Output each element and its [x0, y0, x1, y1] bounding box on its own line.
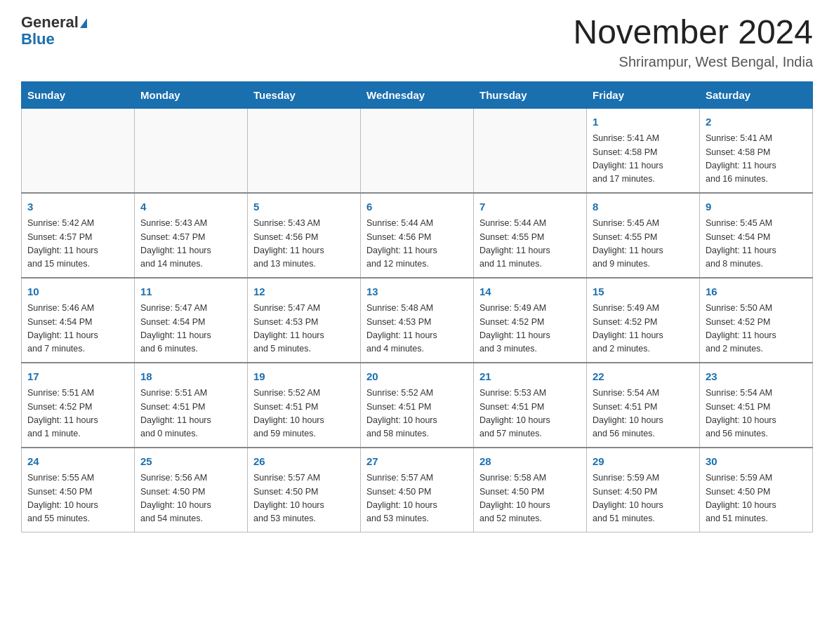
day-number: 13 — [366, 284, 468, 300]
day-number: 26 — [253, 454, 355, 470]
calendar-cell: 11Sunrise: 5:47 AM Sunset: 4:54 PM Dayli… — [135, 278, 248, 363]
day-info: Sunrise: 5:41 AM Sunset: 4:58 PM Dayligh… — [706, 132, 807, 187]
day-info: Sunrise: 5:45 AM Sunset: 4:55 PM Dayligh… — [593, 217, 694, 271]
calendar-cell: 10Sunrise: 5:46 AM Sunset: 4:54 PM Dayli… — [22, 278, 135, 363]
month-title: November 2024 — [573, 14, 813, 51]
weekday-header-monday: Monday — [135, 81, 248, 108]
calendar-cell: 12Sunrise: 5:47 AM Sunset: 4:53 PM Dayli… — [248, 278, 361, 363]
calendar-cell: 2Sunrise: 5:41 AM Sunset: 4:58 PM Daylig… — [700, 108, 813, 193]
day-info: Sunrise: 5:52 AM Sunset: 4:51 PM Dayligh… — [366, 387, 468, 441]
weekday-header-sunday: Sunday — [22, 81, 135, 108]
calendar-cell — [361, 108, 474, 193]
calendar-cell: 3Sunrise: 5:42 AM Sunset: 4:57 PM Daylig… — [22, 193, 135, 278]
day-info: Sunrise: 5:56 AM Sunset: 4:50 PM Dayligh… — [140, 471, 241, 526]
calendar-cell: 30Sunrise: 5:59 AM Sunset: 4:50 PM Dayli… — [700, 448, 813, 532]
day-number: 21 — [479, 369, 581, 385]
day-number: 28 — [479, 454, 581, 470]
day-info: Sunrise: 5:59 AM Sunset: 4:50 PM Dayligh… — [706, 471, 807, 526]
day-info: Sunrise: 5:44 AM Sunset: 4:55 PM Dayligh… — [479, 217, 581, 271]
calendar-cell: 21Sunrise: 5:53 AM Sunset: 4:51 PM Dayli… — [474, 363, 587, 448]
day-info: Sunrise: 5:57 AM Sunset: 4:50 PM Dayligh… — [253, 471, 355, 526]
day-info: Sunrise: 5:47 AM Sunset: 4:54 PM Dayligh… — [140, 302, 241, 356]
calendar-cell: 16Sunrise: 5:50 AM Sunset: 4:52 PM Dayli… — [700, 278, 813, 363]
calendar-cell: 4Sunrise: 5:43 AM Sunset: 4:57 PM Daylig… — [135, 193, 248, 278]
day-info: Sunrise: 5:54 AM Sunset: 4:51 PM Dayligh… — [706, 387, 807, 441]
calendar-cell: 26Sunrise: 5:57 AM Sunset: 4:50 PM Dayli… — [248, 448, 361, 532]
day-number: 23 — [706, 369, 807, 385]
day-number: 24 — [27, 454, 128, 470]
calendar-week-row: 24Sunrise: 5:55 AM Sunset: 4:50 PM Dayli… — [22, 448, 813, 532]
day-info: Sunrise: 5:42 AM Sunset: 4:57 PM Dayligh… — [27, 217, 128, 271]
day-info: Sunrise: 5:51 AM Sunset: 4:52 PM Dayligh… — [27, 387, 128, 441]
day-number: 4 — [140, 199, 241, 215]
calendar-week-row: 10Sunrise: 5:46 AM Sunset: 4:54 PM Dayli… — [22, 278, 813, 363]
day-info: Sunrise: 5:46 AM Sunset: 4:54 PM Dayligh… — [27, 302, 128, 356]
calendar-cell: 20Sunrise: 5:52 AM Sunset: 4:51 PM Dayli… — [361, 363, 474, 448]
day-info: Sunrise: 5:48 AM Sunset: 4:53 PM Dayligh… — [366, 302, 468, 356]
day-number: 9 — [706, 199, 807, 215]
day-number: 22 — [593, 369, 694, 385]
day-number: 29 — [593, 454, 694, 470]
title-area: November 2024 Shrirampur, West Bengal, I… — [573, 14, 813, 70]
day-info: Sunrise: 5:58 AM Sunset: 4:50 PM Dayligh… — [479, 471, 581, 526]
day-number: 1 — [593, 114, 694, 130]
calendar-cell: 17Sunrise: 5:51 AM Sunset: 4:52 PM Dayli… — [22, 363, 135, 448]
day-number: 11 — [140, 284, 241, 300]
day-number: 3 — [27, 199, 128, 215]
calendar-cell: 14Sunrise: 5:49 AM Sunset: 4:52 PM Dayli… — [474, 278, 587, 363]
day-number: 6 — [366, 199, 468, 215]
day-info: Sunrise: 5:49 AM Sunset: 4:52 PM Dayligh… — [479, 302, 581, 356]
day-info: Sunrise: 5:54 AM Sunset: 4:51 PM Dayligh… — [593, 387, 694, 441]
logo: General Blue — [21, 14, 87, 48]
day-info: Sunrise: 5:51 AM Sunset: 4:51 PM Dayligh… — [140, 387, 241, 441]
day-info: Sunrise: 5:47 AM Sunset: 4:53 PM Dayligh… — [253, 302, 355, 356]
day-number: 10 — [27, 284, 128, 300]
calendar-cell: 13Sunrise: 5:48 AM Sunset: 4:53 PM Dayli… — [361, 278, 474, 363]
calendar-cell: 1Sunrise: 5:41 AM Sunset: 4:58 PM Daylig… — [587, 108, 700, 193]
calendar-cell: 24Sunrise: 5:55 AM Sunset: 4:50 PM Dayli… — [22, 448, 135, 532]
day-number: 5 — [253, 199, 355, 215]
day-number: 16 — [706, 284, 807, 300]
day-number: 15 — [593, 284, 694, 300]
weekday-header-saturday: Saturday — [700, 81, 813, 108]
calendar-table: SundayMondayTuesdayWednesdayThursdayFrid… — [21, 81, 813, 532]
weekday-header-row: SundayMondayTuesdayWednesdayThursdayFrid… — [22, 81, 813, 108]
day-info: Sunrise: 5:41 AM Sunset: 4:58 PM Dayligh… — [593, 132, 694, 187]
calendar-week-row: 17Sunrise: 5:51 AM Sunset: 4:52 PM Dayli… — [22, 363, 813, 448]
calendar-cell: 6Sunrise: 5:44 AM Sunset: 4:56 PM Daylig… — [361, 193, 474, 278]
day-info: Sunrise: 5:45 AM Sunset: 4:54 PM Dayligh… — [706, 217, 807, 271]
day-number: 2 — [706, 114, 807, 130]
day-number: 20 — [366, 369, 468, 385]
weekday-header-friday: Friday — [587, 81, 700, 108]
calendar-week-row: 1Sunrise: 5:41 AM Sunset: 4:58 PM Daylig… — [22, 108, 813, 193]
calendar-cell: 15Sunrise: 5:49 AM Sunset: 4:52 PM Dayli… — [587, 278, 700, 363]
day-number: 12 — [253, 284, 355, 300]
calendar-cell: 25Sunrise: 5:56 AM Sunset: 4:50 PM Dayli… — [135, 448, 248, 532]
day-number: 30 — [706, 454, 807, 470]
calendar-body: 1Sunrise: 5:41 AM Sunset: 4:58 PM Daylig… — [22, 108, 813, 532]
day-info: Sunrise: 5:59 AM Sunset: 4:50 PM Dayligh… — [593, 471, 694, 526]
weekday-header-wednesday: Wednesday — [361, 81, 474, 108]
day-number: 8 — [593, 199, 694, 215]
calendar-cell: 29Sunrise: 5:59 AM Sunset: 4:50 PM Dayli… — [587, 448, 700, 532]
calendar-cell — [22, 108, 135, 193]
day-info: Sunrise: 5:52 AM Sunset: 4:51 PM Dayligh… — [253, 387, 355, 441]
day-number: 25 — [140, 454, 241, 470]
weekday-header-tuesday: Tuesday — [248, 81, 361, 108]
calendar-cell: 18Sunrise: 5:51 AM Sunset: 4:51 PM Dayli… — [135, 363, 248, 448]
day-number: 18 — [140, 369, 241, 385]
calendar-cell: 5Sunrise: 5:43 AM Sunset: 4:56 PM Daylig… — [248, 193, 361, 278]
day-info: Sunrise: 5:43 AM Sunset: 4:56 PM Dayligh… — [253, 217, 355, 271]
calendar-cell: 22Sunrise: 5:54 AM Sunset: 4:51 PM Dayli… — [587, 363, 700, 448]
location-title: Shrirampur, West Bengal, India — [573, 54, 813, 70]
calendar-cell: 27Sunrise: 5:57 AM Sunset: 4:50 PM Dayli… — [361, 448, 474, 532]
logo-line1: General — [21, 14, 87, 31]
calendar-cell: 19Sunrise: 5:52 AM Sunset: 4:51 PM Dayli… — [248, 363, 361, 448]
day-info: Sunrise: 5:43 AM Sunset: 4:57 PM Dayligh… — [140, 217, 241, 271]
day-number: 14 — [479, 284, 581, 300]
calendar-cell: 23Sunrise: 5:54 AM Sunset: 4:51 PM Dayli… — [700, 363, 813, 448]
day-info: Sunrise: 5:55 AM Sunset: 4:50 PM Dayligh… — [27, 471, 128, 526]
weekday-header-thursday: Thursday — [474, 81, 587, 108]
day-info: Sunrise: 5:53 AM Sunset: 4:51 PM Dayligh… — [479, 387, 581, 441]
day-number: 19 — [253, 369, 355, 385]
